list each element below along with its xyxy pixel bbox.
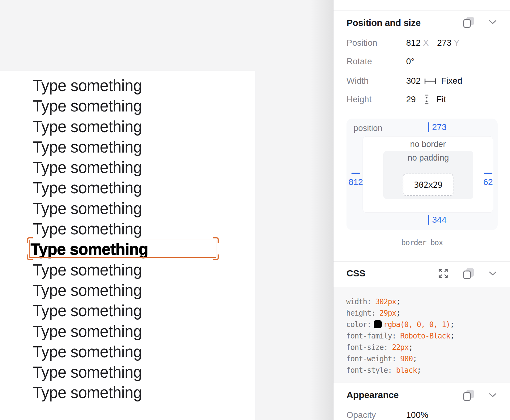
css-code-block[interactable]: width: 302px; height: 29px; color:rgba(0… <box>334 288 510 383</box>
box-model-border-label: no border <box>363 140 493 149</box>
divider <box>334 10 510 10</box>
canvas-text-item[interactable]: Type something <box>0 383 309 403</box>
canvas-text-item[interactable]: Type something <box>0 199 309 219</box>
css-line: font-style: black; <box>346 365 454 376</box>
position-y-suffix: Y <box>454 38 460 48</box>
canvas-text-item[interactable]: Type something <box>0 158 309 178</box>
canvas-text-item[interactable]: Type something <box>0 117 309 137</box>
appearance-section-title: Appearance <box>346 390 399 400</box>
selection-handle-bottom-right[interactable] <box>213 254 219 260</box>
canvas-text-item[interactable]: Type something <box>0 321 309 342</box>
box-model-content-size: 302x29 <box>403 174 453 196</box>
position-x-field[interactable]: 812 X <box>406 38 429 48</box>
box-model-left-value: 812 <box>348 177 364 187</box>
divider <box>334 383 510 383</box>
position-label: Position <box>346 38 377 48</box>
canvas-text-item[interactable]: Type something <box>0 260 309 280</box>
blue-tick-icon <box>428 215 429 225</box>
panel-shadow <box>311 0 333 420</box>
copy-icon[interactable] <box>463 17 474 28</box>
expand-icon[interactable] <box>438 268 448 279</box>
css-line: font-weight: 900; <box>346 353 454 365</box>
position-x-value: 812 <box>406 38 421 48</box>
blue-tick-icon <box>428 122 429 132</box>
box-model-position-label: position <box>354 124 382 133</box>
css-line: width: 302px; <box>346 296 454 308</box>
opacity-field[interactable]: 100% <box>406 410 428 420</box>
design-properties-panel: Position and size Position 812 X 273 Y R… <box>333 0 510 420</box>
canvas-text-item[interactable]: Type something <box>0 219 309 239</box>
copy-icon-front <box>463 19 471 28</box>
canvas-text-item[interactable]: Type something <box>0 280 309 301</box>
selection-handle-bottom-left[interactable] <box>27 254 33 260</box>
canvas-text-item[interactable]: Type something <box>0 137 309 158</box>
chevron-down-icon[interactable] <box>489 393 497 397</box>
chevron-down-icon[interactable] <box>489 20 497 24</box>
selection-rectangle[interactable] <box>29 240 216 258</box>
width-field[interactable]: 302 <box>406 76 421 86</box>
canvas-text-item[interactable]: Type something <box>0 362 309 383</box>
height-fit-icon <box>424 94 429 106</box>
canvas-text-item[interactable]: Type something <box>0 342 309 362</box>
box-model-bottom-value: 344 <box>428 215 447 225</box>
color-swatch <box>374 320 382 328</box>
css-line: color:rgba(0, 0, 0, 1); <box>346 319 454 330</box>
rotate-label: Rotate <box>346 57 372 66</box>
width-label: Width <box>346 76 369 86</box>
css-line: font-size: 22px; <box>346 342 454 353</box>
box-model-padding-box: no padding 302x29 <box>383 151 473 199</box>
canvas-text-item[interactable]: Type something <box>0 76 309 96</box>
box-model-border-box: no border no padding 302x29 <box>363 136 493 213</box>
rotate-field[interactable]: 0° <box>406 57 414 66</box>
box-model-diagram: position 273 no border no padding 302x29… <box>346 119 498 230</box>
canvas-text-item[interactable]: Type something <box>0 301 309 321</box>
height-label: Height <box>346 94 372 104</box>
css-code-lines: width: 302px; height: 29px; color:rgba(0… <box>346 296 454 376</box>
copy-icon-front <box>463 392 471 401</box>
canvas-text-item[interactable]: Type something <box>0 178 309 198</box>
blue-tick-icon <box>351 173 360 174</box>
box-model-right-value: 62 <box>480 177 496 187</box>
chevron-down-icon[interactable] <box>489 271 497 276</box>
selection-handle-top-left[interactable] <box>27 237 33 243</box>
app-stage: Type something Type something Type somet… <box>0 0 510 420</box>
divider <box>334 261 510 262</box>
copy-icon-front <box>463 271 471 279</box>
position-x-suffix: X <box>423 38 429 48</box>
position-size-section-title: Position and size <box>346 18 421 28</box>
box-model-top-value: 273 <box>428 122 447 132</box>
opacity-label: Opacity <box>346 410 376 420</box>
position-y-field[interactable]: 273 Y <box>437 38 460 48</box>
copy-icon[interactable] <box>463 268 474 279</box>
width-mode[interactable]: Fixed <box>441 76 462 86</box>
height-field[interactable]: 29 <box>406 94 416 104</box>
width-fixed-icon <box>424 78 436 86</box>
css-line: font-family: Roboto-Black; <box>346 330 454 342</box>
selection-handle-top-right[interactable] <box>213 237 219 243</box>
height-mode[interactable]: Fit <box>436 94 446 104</box>
css-line: height: 29px; <box>346 308 454 319</box>
blue-tick-icon <box>484 173 492 174</box>
box-model-padding-label: no padding <box>383 153 473 163</box>
box-sizing-label: border-box <box>346 238 498 247</box>
canvas-text-item[interactable]: Type something <box>0 96 309 116</box>
position-y-value: 273 <box>437 38 452 48</box>
css-section-title: CSS <box>346 268 365 279</box>
copy-icon[interactable] <box>463 390 474 401</box>
